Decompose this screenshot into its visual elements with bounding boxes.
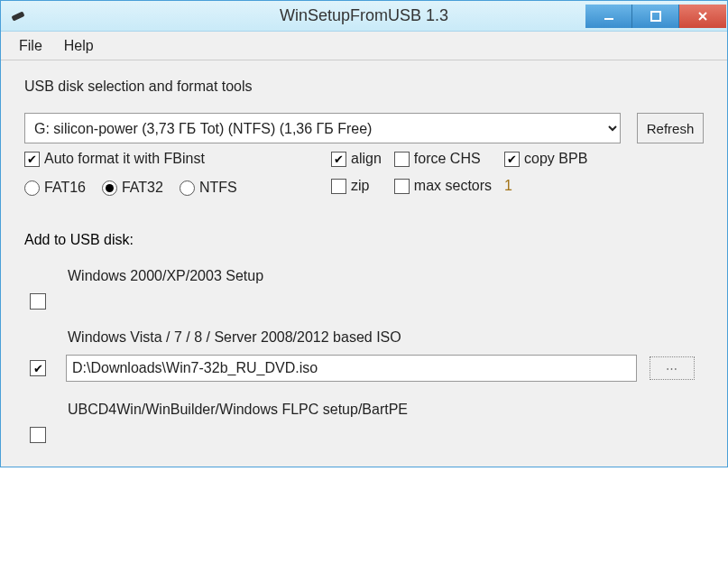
radio-icon: [180, 180, 195, 196]
svg-rect-0: [11, 11, 24, 21]
checkbox-copy-bpb[interactable]: copy BPB: [504, 151, 587, 167]
close-button[interactable]: [679, 5, 726, 28]
add-section-header: Add to USB disk:: [24, 232, 704, 248]
checkbox-icon: [331, 179, 346, 194]
radio-fat16[interactable]: FAT16: [24, 180, 86, 196]
entry-xp-label: Windows 2000/XP/2003 Setup: [68, 268, 704, 284]
entry-ubcd-checkbox[interactable]: [30, 427, 46, 443]
maximize-button[interactable]: [632, 5, 679, 28]
refresh-button[interactable]: Refresh: [637, 113, 704, 143]
radio-icon: [102, 180, 117, 196]
menu-file[interactable]: File: [8, 34, 53, 58]
disk-section-label: USB disk selection and format tools: [24, 79, 704, 95]
titlebar: WinSetupFromUSB 1.3: [1, 1, 727, 32]
entry-vista-browse-button[interactable]: ⋯: [650, 356, 695, 380]
entry-vista-checkbox[interactable]: [30, 360, 46, 376]
disk-select[interactable]: G: silicon-power (3,73 ГБ Tot) (NTFS) (1…: [24, 113, 621, 143]
checkbox-icon: [394, 179, 410, 194]
checkbox-icon: [24, 152, 40, 167]
checkbox-icon: [394, 152, 410, 167]
checkbox-force-chs[interactable]: force CHS: [394, 151, 492, 167]
checkbox-zip[interactable]: zip: [331, 178, 382, 194]
svg-rect-2: [651, 12, 660, 21]
ellipsis-icon: ⋯: [666, 362, 679, 375]
entry-ubcd-label: UBCD4Win/WinBuilder/Windows FLPC setup/B…: [68, 402, 704, 418]
auto-format-label: Auto format it with FBinst: [44, 151, 205, 167]
checkbox-max-sectors[interactable]: max sectors: [394, 178, 492, 194]
radio-icon: [24, 180, 40, 196]
minimize-button[interactable]: [585, 5, 632, 28]
radio-fat32[interactable]: FAT32: [102, 180, 163, 196]
menubar: File Help: [1, 32, 727, 60]
app-icon: [6, 5, 30, 28]
max-sectors-value: 1: [504, 178, 587, 194]
checkbox-align[interactable]: align: [331, 151, 382, 167]
radio-ntfs[interactable]: NTFS: [180, 180, 237, 196]
menu-help[interactable]: Help: [53, 34, 105, 58]
checkbox-icon: [331, 152, 346, 167]
auto-format-checkbox[interactable]: Auto format it with FBinst: [24, 151, 205, 167]
entry-vista-label: Windows Vista / 7 / 8 / Server 2008/2012…: [68, 329, 704, 346]
svg-rect-1: [604, 18, 613, 20]
checkbox-icon: [504, 152, 520, 167]
entry-xp-checkbox[interactable]: [30, 293, 46, 310]
entry-vista-path-input[interactable]: [66, 355, 637, 382]
